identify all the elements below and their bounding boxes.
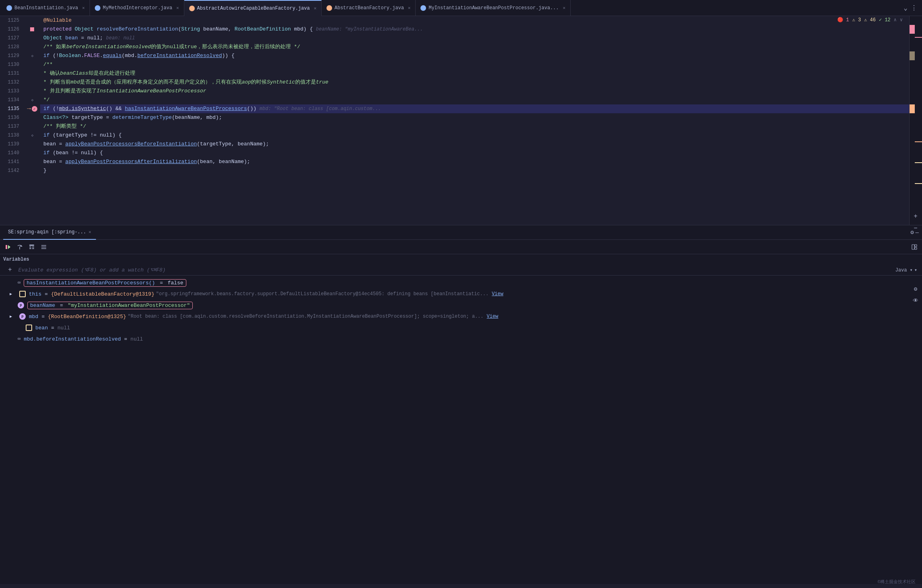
var-row-mbd[interactable]: ▶ p mbd = {RootBeanDefinition@1325} "Roo…	[6, 311, 922, 322]
plus-btn[interactable]: +	[911, 212, 920, 221]
hint-count: ⚠ 46	[864, 17, 876, 23]
tab-bean-instantiation[interactable]: BeanInstantiation.java ✕	[2, 0, 90, 16]
var-row-beanname[interactable]: p beanName = "myInstantiationAwareBeanPo…	[6, 300, 922, 311]
var-expand-1[interactable]: ▶	[10, 292, 16, 296]
java-icon	[420, 5, 426, 11]
rg-1132	[910, 78, 915, 87]
var-name-5: mbd.beforeInstantiationResolved	[24, 336, 121, 342]
add-watch-btn[interactable]: +	[5, 266, 15, 274]
var-value-2: "myInstantiationAwareBeanPostProcessor"	[68, 302, 190, 308]
gutter-1130	[24, 60, 40, 69]
gutter-1131	[24, 69, 40, 78]
code-line-1137: /** 判断类型 */	[40, 122, 909, 131]
code-line-1142: }	[40, 166, 909, 175]
line-num-1142: 1142	[0, 166, 19, 175]
var-row-bean[interactable]: bean = null	[14, 322, 922, 333]
infinity-icon-0: ∞	[18, 280, 20, 286]
gutter-1128	[24, 43, 40, 51]
code-content[interactable]: @Nullable protected Object resolveBefore…	[40, 16, 909, 225]
var-op-5: =	[124, 336, 127, 342]
gutter-1141	[24, 157, 40, 166]
var-row-mbd-resolved[interactable]: ∞ mbd.beforeInstantiationResolved = null	[6, 333, 922, 345]
right-gutter	[909, 16, 915, 225]
svg-rect-8	[32, 248, 34, 249]
svg-rect-4	[29, 245, 34, 246]
list-view-btn[interactable]	[39, 243, 48, 251]
debug-toolbar	[0, 240, 922, 254]
rg-1140	[910, 149, 915, 157]
var-row-this[interactable]: ▶ this = {DefaultListableBeanFactory@131…	[6, 288, 922, 300]
gutter-1129: ⬦	[24, 51, 40, 60]
var-value-3b: "Root bean: class [com.aqin.custom.resol…	[128, 314, 483, 319]
line-num-1135: 1135	[0, 104, 19, 113]
var-row-has-instantiation[interactable]: ∞ hasInstantiationAwareBeanPostProcessor…	[6, 277, 922, 288]
minus-btn-side[interactable]: −	[911, 224, 920, 233]
expand-down[interactable]: ∨	[900, 17, 903, 23]
code-line-1135: if (!mbd.isSynthetic() && hasInstantiati…	[40, 104, 909, 113]
variables-list: ∞ hasInstantiationAwareBeanPostProcessor…	[0, 276, 922, 584]
current-line-arrow: →	[27, 105, 31, 112]
scroll-minimap[interactable]	[915, 16, 922, 225]
tab-my-instantiation[interactable]: MyInstantiationAwareBeanPostProcessor.ja…	[416, 0, 571, 16]
debug-tab-session[interactable]: SE:spring-aqin [:spring-... ✕	[3, 225, 96, 240]
expand-up[interactable]: ∧	[894, 17, 897, 23]
line-num-1130: 1130	[0, 60, 19, 69]
rg-1125	[910, 16, 915, 25]
error-count: 🔴 1	[837, 17, 849, 23]
tab-close[interactable]: ✕	[314, 6, 316, 11]
var-link-1[interactable]: View	[492, 291, 504, 297]
gutter-1132	[24, 78, 40, 87]
tab-label: AbstractAutowireCapableBeanFactory.java	[197, 6, 310, 11]
tab-abstract-autowire[interactable]: AbstractAutowireCapableBeanFactory.java …	[184, 0, 322, 16]
session-close[interactable]: ✕	[88, 229, 91, 235]
var-name-value-0: hasInstantiationAwareBeanPostProcessors(…	[24, 279, 186, 287]
line-num-1133: 1133	[0, 87, 19, 96]
gutter-1142	[24, 166, 40, 175]
editor-gutter: ⬦ ⬦ → ✓ ⬦	[24, 16, 40, 225]
tab-label: BeanInstantiation.java	[14, 5, 78, 11]
var-name-2: beanName	[30, 302, 55, 308]
scroll-mark-current	[915, 141, 922, 142]
var-op-0: =	[160, 280, 163, 286]
var-link-3[interactable]: View	[487, 314, 498, 319]
breakpoint[interactable]: ✓	[32, 106, 37, 112]
rg-1133	[910, 87, 915, 96]
var-value-1b: "org.springframework.beans.factory.suppo…	[156, 291, 488, 297]
var-expand-3[interactable]: ▶	[10, 314, 16, 319]
var-value-4: null	[57, 325, 70, 331]
rg-1141	[910, 157, 915, 166]
tab-label: MyInstantiationAwareBeanPostProcessor.ja…	[428, 5, 559, 11]
tab-close[interactable]: ✕	[563, 5, 566, 10]
var-name-value-2: beanName = "myInstantiationAwareBeanPost…	[27, 302, 193, 309]
tab-close[interactable]: ✕	[176, 5, 179, 10]
line-num-1136: 1136	[0, 113, 19, 122]
editor-area: 🔴 1 ⚠ 3 ⚠ 46 ✓ 12 ∧ ∨ 1125 1126 1127 112…	[0, 16, 922, 225]
gutter-1140	[24, 149, 40, 157]
settings-side-btn[interactable]: ⚙	[911, 284, 920, 293]
tab-close[interactable]: ✕	[408, 5, 411, 10]
table-view-btn[interactable]	[27, 243, 36, 251]
tab-my-method-interceptor[interactable]: MyMethodInterceptor.java ✕	[90, 0, 184, 16]
rg-1142	[910, 166, 915, 175]
step-over-btn[interactable]	[15, 243, 24, 251]
tab-dropdown[interactable]: ⌄	[904, 4, 908, 12]
line-num-1141: 1141	[0, 157, 19, 166]
rerun-btn[interactable]	[3, 243, 12, 251]
line-num-1134: 1134	[0, 96, 19, 104]
var-name-4: bean	[35, 325, 48, 331]
code-line-1132: * 判断当前mbd是否是合成的（应用程序本身定义的而不是用户定义的），只有在实现…	[40, 78, 909, 87]
variables-header: Variables	[0, 254, 922, 265]
rg-1128	[910, 43, 915, 51]
var-value-1a: {DefaultListableBeanFactory@1319}	[51, 291, 154, 297]
var-value-3a: {RootBeanDefinition@1325}	[48, 314, 126, 320]
eval-bar: + Evaluate expression (⌥F8) or add a wat…	[0, 265, 922, 276]
eye-btn[interactable]: 👁	[911, 296, 920, 305]
tab-menu[interactable]: ⋮	[911, 4, 917, 12]
tab-label: AbstractBeanFactory.java	[335, 5, 404, 11]
debug-tab-bar: SE:spring-aqin [:spring-... ✕ ⚙ —	[0, 225, 922, 240]
var-value-0: false	[168, 280, 184, 286]
code-line-1131: * 确认beanClass却是在此处进行处理	[40, 69, 909, 78]
svg-rect-0	[6, 245, 7, 249]
tab-close[interactable]: ✕	[82, 5, 85, 10]
tab-abstract-bean-factory[interactable]: AbstractBeanFactory.java ✕	[322, 0, 416, 16]
